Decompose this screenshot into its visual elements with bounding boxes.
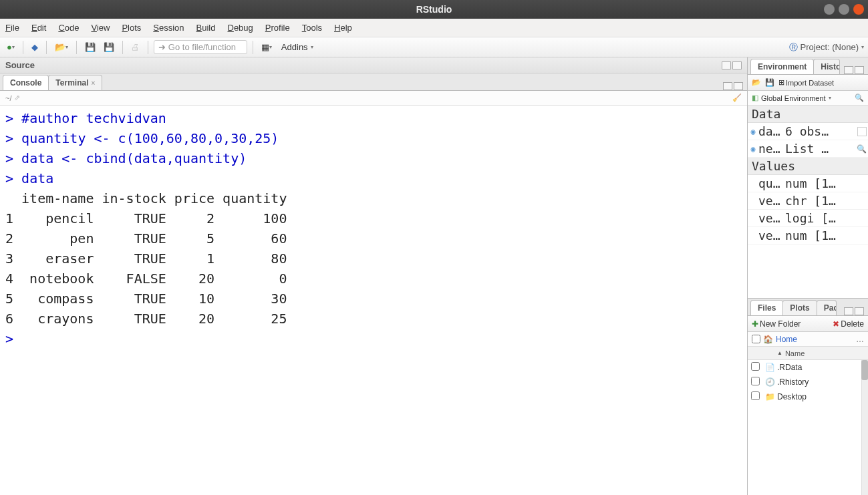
broom-icon[interactable]: 🧹 [732,94,742,102]
files-max-button[interactable] [855,307,864,315]
menu-session[interactable]: Session [153,23,184,33]
import-dataset-button[interactable]: ⊞ Import Dataset [778,78,834,87]
env-data-item[interactable]: ◉da…6 obs… [748,123,868,140]
file-row[interactable]: 🕘.Rhistory [748,375,868,389]
files-table-header: ▲ Name [748,347,868,360]
goto-placeholder: Go to file/function [168,42,236,52]
home-label[interactable]: Home [776,335,797,344]
menu-profile[interactable]: Profile [265,23,290,33]
menu-help[interactable]: Help [334,23,352,33]
menu-tools[interactable]: Tools [302,23,322,33]
popout-icon[interactable]: ⇗ [14,94,20,102]
file-checkbox[interactable] [751,391,760,400]
select-all-checkbox[interactable] [752,335,760,343]
menu-build[interactable]: Build [196,23,216,33]
menu-debug[interactable]: Debug [228,23,253,33]
name-header-label[interactable]: Name [785,349,805,357]
rdata-icon: 📄 [762,363,777,372]
env-value-item[interactable]: ◉ve…num [1… [748,227,868,244]
env-scope-label[interactable]: Global Environment [761,94,826,102]
delete-label: Delete [841,319,864,329]
close-icon[interactable]: × [91,79,95,87]
env-max-button[interactable] [855,66,864,74]
go-to-file-input[interactable]: ➜ Go to file/function [154,40,247,54]
menu-view[interactable]: View [91,23,110,33]
file-checkbox[interactable] [751,362,760,371]
new-folder-label: New Folder [760,319,801,329]
main-toolbar: ● ▾ ◆ 📂 ▾ 💾 💾 🖨 ➜ Go to file/function ▦ … [0,37,868,57]
tab-history[interactable]: History [813,59,840,74]
search-icon[interactable]: 🔍 [855,94,864,102]
save-workspace-icon[interactable]: 💾 [765,78,774,87]
new-folder-button[interactable]: ✚ New Folder [752,319,801,329]
env-body: Data ◉da…6 obs…◉ne…List …🔍 Values ◉qu…nu… [748,106,868,298]
main-area: Source Console Terminal × ~/ [0,57,868,495]
import-label: Import Dataset [786,79,834,87]
files-list: 📄.RData🕘.Rhistory📁Desktop [748,360,868,495]
files-breadcrumb: 🏠 Home … [748,332,868,347]
grid-button[interactable]: ▦ ▾ [259,41,275,53]
title-bar: RStudio [0,0,868,19]
home-icon[interactable]: 🏠 [763,335,773,344]
env-data-item[interactable]: ◉ne…List …🔍 [748,140,868,158]
rhist-icon: 🕘 [762,377,777,387]
close-button[interactable] [853,4,864,15]
console-output[interactable]: > #author techvidvan > quantity <- c(100… [0,106,747,495]
env-value-item[interactable]: ◉ve…logi [… [748,210,868,227]
tab-packages[interactable]: Packages [817,300,837,315]
print-button[interactable]: 🖨 [128,41,142,53]
file-name: .Rhistory [777,377,868,387]
menu-file[interactable]: File [5,23,19,33]
project-selector[interactable]: Ⓡ Project: (None) ▾ [789,41,864,53]
sort-asc-icon[interactable]: ▲ [777,350,782,356]
grid-icon: ▦ [261,42,269,52]
tab-terminal-label: Terminal [55,78,88,88]
env-values-header: Values [748,158,868,175]
addins-menu[interactable]: Addins ▾ [277,41,317,53]
menu-edit[interactable]: Edit [31,23,46,33]
files-scrollbar[interactable] [861,360,868,495]
source-max-button[interactable] [732,61,742,69]
maximize-button[interactable] [839,4,849,15]
tab-files[interactable]: Files [750,300,783,315]
menu-plots[interactable]: Plots [122,23,141,33]
env-value-item[interactable]: ◉ve…chr [1… [748,192,868,210]
tab-plots[interactable]: Plots [782,300,817,315]
save-all-button[interactable]: 💾 [101,41,117,53]
files-toolbar: ✚ New Folder ✖ Delete [748,316,868,332]
window-controls [824,4,864,15]
new-file-button[interactable]: ● ▾ [4,41,17,53]
save-button[interactable]: 💾 [82,41,98,53]
load-workspace-icon[interactable]: 📂 [752,78,761,87]
files-min-button[interactable] [844,307,853,315]
file-row[interactable]: 📁Desktop [748,389,868,404]
r-project-icon: Ⓡ [789,41,798,53]
menu-code[interactable]: Code [58,23,79,33]
env-min-button[interactable] [844,66,853,74]
file-checkbox[interactable] [751,377,760,385]
file-row[interactable]: 📄.RData [748,360,868,375]
env-value-item[interactable]: ◉qu…num [1… [748,175,868,192]
menu-bar: FileEditCodeViewPlotsSessionBuildDebugPr… [0,19,868,37]
console-max-button[interactable] [734,82,743,90]
tab-console[interactable]: Console [3,75,49,90]
minimize-button[interactable] [824,4,835,15]
delete-button[interactable]: ✖ Delete [833,319,864,329]
tab-environment[interactable]: Environment [750,59,814,74]
new-project-button[interactable]: ◆ [29,41,41,53]
tab-environment-label: Environment [758,62,807,71]
open-file-button[interactable]: 📂 ▾ [52,41,71,53]
chevron-down-icon: ▾ [861,44,864,50]
plus-icon: ● [7,42,12,52]
cube-icon: ◆ [31,42,38,52]
right-column: Environment History 📂 💾 ⊞ Import Dataset [748,57,868,495]
file-name: .RData [777,363,868,372]
more-button[interactable]: … [856,335,864,344]
console-tabs: Console Terminal × [0,73,747,91]
addins-label: Addins [281,42,308,52]
env-tabs: Environment History [748,57,868,75]
tab-terminal[interactable]: Terminal × [48,75,102,90]
chevron-down-icon: ▾ [829,95,831,101]
source-min-button[interactable] [722,61,731,69]
console-min-button[interactable] [723,82,732,90]
